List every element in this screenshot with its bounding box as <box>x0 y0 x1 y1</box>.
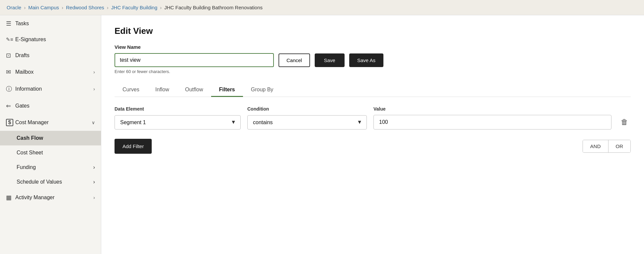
save-as-button[interactable]: Save As <box>349 53 383 67</box>
sidebar-item-e-signatures[interactable]: ✎≡ E-Signatures <box>0 32 101 47</box>
tab-filters[interactable]: Filters <box>211 83 243 97</box>
esignatures-icon: ✎≡ <box>6 37 15 42</box>
tasks-icon: ☰ <box>6 20 15 27</box>
sidebar-item-activity-manager[interactable]: ▦ Activity Manager › <box>0 189 101 206</box>
tabs: Curves Inflow Outflow Filters Group By <box>115 83 631 97</box>
and-or-group: AND OR <box>583 140 631 153</box>
sidebar-subitem-label-schedule: Schedule of Values <box>17 179 62 185</box>
condition-select[interactable]: contains equals starts with ends with <box>247 115 367 129</box>
sidebar-item-label-information: Information <box>15 86 93 92</box>
drafts-icon: ⊡ <box>6 52 15 59</box>
view-name-label: View Name <box>115 44 631 50</box>
value-label: Value <box>373 106 631 112</box>
breadcrumb-item-redwood-shores[interactable]: Redwood Shores <box>66 5 104 10</box>
condition-select-wrapper: contains equals starts with ends with ▼ <box>247 115 367 129</box>
view-name-input[interactable] <box>115 53 274 67</box>
sidebar-item-label-mailbox: Mailbox <box>15 69 93 75</box>
activity-manager-arrow-icon: › <box>93 195 95 200</box>
sidebar-item-mailbox[interactable]: ✉ Mailbox › <box>0 64 101 80</box>
sidebar-item-tasks[interactable]: ☰ Tasks <box>0 15 101 32</box>
add-filter-button[interactable]: Add Filter <box>115 139 152 154</box>
funding-arrow-icon: › <box>93 164 95 170</box>
gates-icon: ⇐ <box>6 102 15 110</box>
information-arrow-icon: › <box>93 86 95 92</box>
and-button[interactable]: AND <box>583 140 608 152</box>
cost-manager-arrow-icon: ∨ <box>92 120 95 125</box>
sidebar-subitem-label-cost-sheet: Cost Sheet <box>17 150 43 156</box>
sidebar-item-label-cost-manager: Cost Manager <box>15 120 92 126</box>
tab-inflow[interactable]: Inflow <box>147 83 177 97</box>
sidebar-item-drafts[interactable]: ⊡ Drafts <box>0 47 101 64</box>
sidebar-item-label-tasks: Tasks <box>15 21 95 27</box>
schedule-arrow-icon: › <box>93 179 95 185</box>
sidebar-subitem-label-cash-flow: Cash Flow <box>17 135 43 141</box>
sidebar: ☰ Tasks ✎≡ E-Signatures ⊡ Drafts ✉ Mailb… <box>0 15 101 254</box>
sidebar-subitem-funding[interactable]: Funding › <box>0 160 101 175</box>
sidebar-subitem-label-funding: Funding <box>17 164 36 170</box>
sidebar-subitem-cost-sheet[interactable]: Cost Sheet <box>0 145 101 160</box>
activity-manager-icon: ▦ <box>6 194 15 201</box>
or-button[interactable]: OR <box>608 140 631 152</box>
breadcrumb: Oracle › Main Campus › Redwood Shores › … <box>0 0 644 15</box>
breadcrumb-item-current: JHC Faculty Building Bathroom Renovation… <box>164 5 263 10</box>
tab-curves[interactable]: Curves <box>115 83 147 97</box>
sidebar-item-information[interactable]: ⓘ Information › <box>0 80 101 98</box>
sidebar-item-gates[interactable]: ⇐ Gates <box>0 98 101 114</box>
page-title: Edit View <box>115 26 631 36</box>
information-icon: ⓘ <box>6 85 15 93</box>
sidebar-item-label-esignatures: E-Signatures <box>15 37 95 42</box>
sidebar-subitem-schedule-of-values[interactable]: Schedule of Values › <box>0 175 101 189</box>
bottom-row: Add Filter AND OR <box>115 139 631 154</box>
condition-label: Condition <box>247 106 367 112</box>
char-hint: Enter 60 or fewer characters. <box>115 69 631 74</box>
data-element-select-wrapper: Segment 1 Segment 2 Segment 3 ▼ <box>115 115 241 129</box>
cost-manager-icon: $ <box>6 119 13 126</box>
sidebar-item-cost-manager[interactable]: $ Cost Manager ∨ <box>0 114 101 131</box>
breadcrumb-item-oracle[interactable]: Oracle <box>7 5 21 10</box>
mailbox-arrow-icon: › <box>93 69 95 75</box>
filter-value-input[interactable] <box>373 115 611 129</box>
sidebar-item-label-activity-manager: Activity Manager <box>15 195 93 201</box>
tab-outflow[interactable]: Outflow <box>177 83 211 97</box>
breadcrumb-item-main-campus[interactable]: Main Campus <box>28 5 59 10</box>
sidebar-item-label-drafts: Drafts <box>15 52 95 58</box>
mailbox-icon: ✉ <box>6 68 15 76</box>
tab-group-by[interactable]: Group By <box>243 83 282 97</box>
delete-filter-button[interactable]: 🗑 <box>618 117 631 128</box>
data-element-select[interactable]: Segment 1 Segment 2 Segment 3 <box>115 115 241 129</box>
sidebar-item-label-gates: Gates <box>15 103 95 109</box>
sidebar-subitem-cash-flow[interactable]: Cash Flow <box>0 131 101 145</box>
filter-row: Segment 1 Segment 2 Segment 3 ▼ contains… <box>115 115 631 129</box>
save-button[interactable]: Save <box>315 53 345 67</box>
breadcrumb-item-jhc-faculty[interactable]: JHC Faculty Building <box>111 5 157 10</box>
data-element-label: Data Element <box>115 106 241 112</box>
cancel-button[interactable]: Cancel <box>279 53 310 67</box>
main-content: Edit View View Name Cancel Save Save As … <box>101 15 644 254</box>
